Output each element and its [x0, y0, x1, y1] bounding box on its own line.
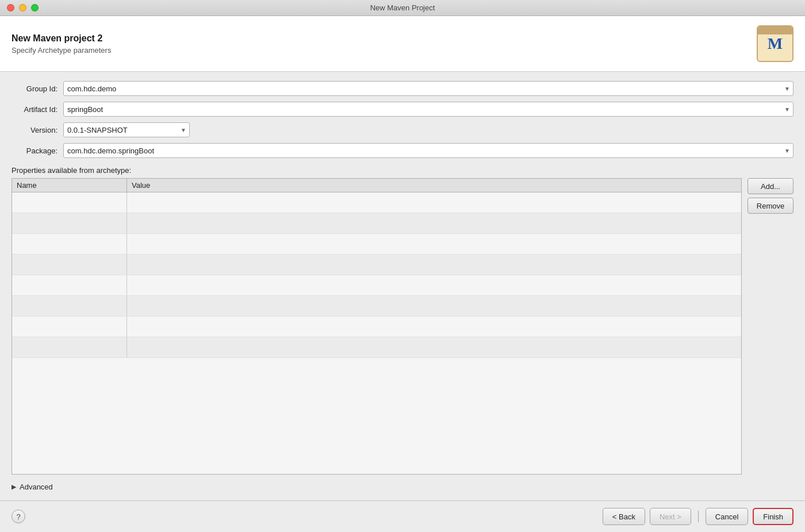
value-cell	[127, 296, 741, 316]
dialog-subtitle: Specify Archetype parameters	[12, 46, 111, 55]
properties-section-label: Properties available from archetype:	[12, 166, 793, 175]
package-wrapper: com.hdc.demo.springBoot ▼	[63, 143, 793, 158]
footer-left: ?	[12, 510, 25, 523]
name-cell	[12, 192, 127, 213]
dialog: New Maven project 2 Specify Archetype pa…	[0, 16, 805, 532]
version-select[interactable]: 0.0.1-SNAPSHOT	[63, 122, 190, 137]
table-row[interactable]	[12, 234, 741, 255]
maven-icon-lid	[758, 26, 792, 34]
version-label: Version:	[12, 126, 63, 134]
minimize-button[interactable]	[19, 4, 26, 11]
add-button[interactable]: Add...	[747, 178, 793, 194]
name-cell	[12, 234, 127, 254]
name-cell	[12, 213, 127, 233]
maximize-button[interactable]	[31, 4, 39, 11]
footer-separator	[698, 511, 699, 522]
version-wrapper: 0.0.1-SNAPSHOT ▼	[63, 122, 190, 137]
name-cell	[12, 337, 127, 357]
footer-right: < Back Next > Cancel Finish	[603, 508, 793, 525]
remove-button[interactable]: Remove	[747, 198, 793, 214]
group-id-row: Group Id: com.hdc.demo ▼	[12, 81, 793, 96]
advanced-label: Advanced	[20, 483, 53, 491]
value-cell	[127, 192, 741, 213]
header-text: New Maven project 2 Specify Archetype pa…	[12, 33, 111, 55]
back-button[interactable]: < Back	[603, 508, 645, 525]
maven-icon-letter: M	[768, 34, 783, 53]
table-row[interactable]	[12, 255, 741, 275]
value-cell	[127, 317, 741, 337]
name-cell	[12, 275, 127, 295]
title-bar: New Maven Project	[0, 0, 805, 16]
value-column-header: Value	[127, 179, 741, 192]
properties-table: Name Value	[12, 178, 742, 475]
package-select[interactable]: com.hdc.demo.springBoot	[63, 143, 793, 158]
dialog-body: Group Id: com.hdc.demo ▼ Artifact Id: sp…	[0, 72, 805, 500]
artifact-id-select[interactable]: springBoot	[63, 102, 793, 117]
table-row[interactable]	[12, 213, 741, 234]
artifact-id-label: Artifact Id:	[12, 105, 63, 114]
next-button[interactable]: Next >	[650, 508, 691, 525]
finish-button[interactable]: Finish	[753, 508, 793, 525]
dialog-header: New Maven project 2 Specify Archetype pa…	[0, 16, 805, 72]
maven-icon: M	[757, 25, 793, 62]
artifact-id-wrapper: springBoot ▼	[63, 102, 793, 117]
table-row[interactable]	[12, 317, 741, 337]
cancel-button[interactable]: Cancel	[706, 508, 748, 525]
group-id-select[interactable]: com.hdc.demo	[63, 81, 793, 96]
name-column-header: Name	[12, 179, 127, 192]
name-cell	[12, 296, 127, 316]
properties-buttons: Add... Remove	[747, 178, 793, 475]
advanced-section[interactable]: ▶ Advanced	[12, 483, 793, 491]
table-row[interactable]	[12, 275, 741, 296]
table-row[interactable]	[12, 192, 741, 213]
close-button[interactable]	[7, 4, 14, 11]
version-row: Version: 0.0.1-SNAPSHOT ▼	[12, 122, 793, 137]
window-controls	[7, 4, 39, 11]
value-cell	[127, 255, 741, 275]
group-id-label: Group Id:	[12, 84, 63, 93]
name-cell	[12, 255, 127, 275]
artifact-id-row: Artifact Id: springBoot ▼	[12, 102, 793, 117]
value-cell	[127, 337, 741, 357]
table-row[interactable]	[12, 296, 741, 317]
dialog-title: New Maven project 2	[12, 33, 111, 44]
value-cell	[127, 213, 741, 233]
value-cell	[127, 234, 741, 254]
group-id-wrapper: com.hdc.demo ▼	[63, 81, 793, 96]
properties-body	[12, 192, 741, 358]
package-label: Package:	[12, 147, 63, 155]
table-row[interactable]	[12, 337, 741, 358]
window-title: New Maven Project	[370, 3, 435, 12]
package-row: Package: com.hdc.demo.springBoot ▼	[12, 143, 793, 158]
value-cell	[127, 275, 741, 295]
properties-area: Name Value	[12, 178, 793, 475]
help-button[interactable]: ?	[12, 510, 25, 523]
properties-header: Name Value	[12, 179, 741, 192]
advanced-arrow-icon: ▶	[12, 483, 16, 491]
dialog-footer: ? < Back Next > Cancel Finish	[0, 500, 805, 532]
name-cell	[12, 317, 127, 337]
